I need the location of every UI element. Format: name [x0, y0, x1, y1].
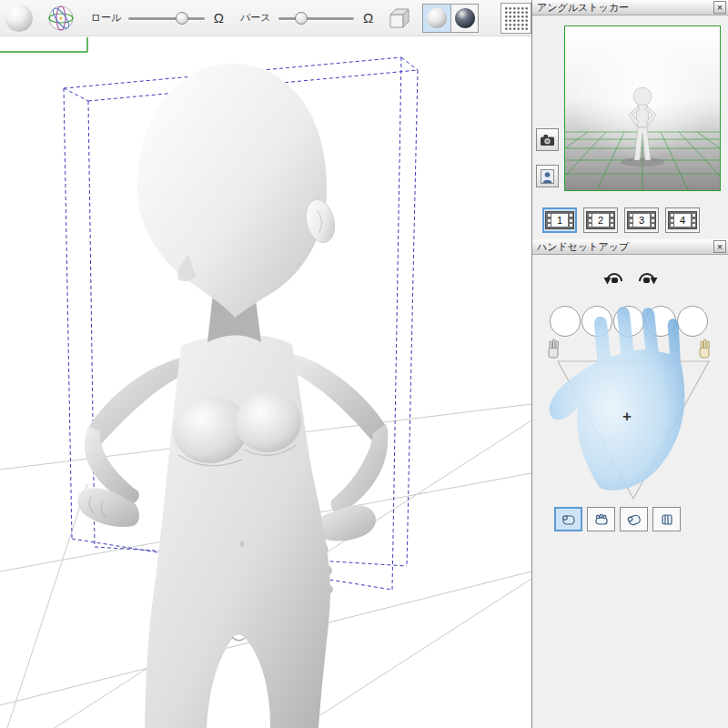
angle-stocker-titlebar[interactable]: アングルストッカー × — [532, 0, 728, 15]
halftone-button[interactable] — [500, 3, 531, 34]
rotate-hand-left-icon[interactable] — [602, 268, 626, 291]
light-sphere-icon — [427, 8, 447, 28]
hand-setup-title: ハンドセットアップ — [537, 240, 629, 254]
blue-hand-illustration — [540, 301, 695, 496]
fist-knuckles-icon — [592, 511, 611, 528]
light-sphere-button[interactable] — [423, 5, 450, 32]
pers-slider-track — [278, 17, 354, 20]
3d-viewport[interactable] — [0, 0, 531, 728]
hand-pose-button-1[interactable] — [554, 507, 582, 531]
hand-pose-buttons — [554, 507, 681, 531]
fist-thumb-icon — [560, 511, 578, 528]
rotate-gizmo-icon[interactable] — [47, 5, 75, 32]
hand-setup-close-button[interactable]: × — [713, 240, 726, 253]
fist-rotated-icon — [625, 511, 643, 528]
frame-number: 1 — [551, 214, 568, 227]
hand-setup-content: + — [532, 255, 728, 728]
frame-number: 3 — [633, 214, 650, 227]
angle-stocker-close-button[interactable]: × — [713, 1, 726, 14]
film-icon: 1 — [545, 211, 574, 229]
pers-reset-icon[interactable]: Ω — [363, 11, 373, 25]
pers-label: パース — [240, 11, 271, 25]
frame-number: 2 — [592, 214, 609, 227]
angle-preview-canvas — [565, 26, 720, 190]
angle-frame-row: 1 2 3 — [542, 207, 700, 233]
halftone-pattern-icon — [504, 6, 528, 30]
figure-icon — [541, 169, 554, 184]
film-icon: 4 — [668, 211, 697, 229]
camera-icon — [540, 134, 555, 147]
frame-number: 4 — [674, 214, 691, 227]
fist-front-icon — [658, 511, 676, 528]
hand-pose-button-2[interactable] — [587, 507, 615, 531]
dark-sphere-button[interactable] — [450, 5, 478, 32]
rotate-hand-right-icon[interactable] — [635, 268, 659, 291]
film-icon: 3 — [627, 211, 656, 229]
mannequin-figure[interactable] — [77, 64, 388, 728]
corner-hand-right-icon — [700, 339, 709, 358]
camera-frame-guide — [0, 37, 87, 52]
hand-pose-button-4[interactable] — [652, 507, 681, 531]
roll-label: ロール — [91, 11, 122, 25]
wireframe-cube-icon[interactable] — [386, 5, 411, 31]
angle-stocker-content: 1 2 3 — [532, 15, 728, 239]
pers-slider[interactable] — [278, 11, 354, 25]
roll-reset-icon[interactable]: Ω — [214, 11, 224, 25]
corner-hand-left-icon — [549, 339, 558, 358]
hand-setup-panel: ハンドセットアップ × — [532, 239, 728, 728]
angle-frame-2[interactable]: 2 — [583, 207, 618, 233]
roll-slider-handle[interactable] — [176, 12, 188, 25]
roll-slider[interactable] — [128, 11, 204, 25]
viewport-canvas — [0, 0, 531, 728]
angle-preview[interactable] — [564, 25, 721, 191]
top-toolbar: ロール Ω パース Ω — [0, 0, 531, 36]
hand-pose-button-3[interactable] — [620, 507, 648, 531]
film-icon: 2 — [586, 211, 615, 229]
material-sphere-button[interactable] — [5, 5, 33, 32]
pose-center-marker: + — [622, 408, 632, 426]
roll-slider-track — [128, 17, 204, 20]
hand-rotate-row — [532, 268, 728, 291]
angle-frame-4[interactable]: 4 — [665, 207, 700, 233]
dark-sphere-icon — [455, 8, 475, 28]
angle-stocker-panel: アングルストッカー × — [532, 0, 728, 239]
hand-setup-titlebar[interactable]: ハンドセットアップ × — [532, 239, 728, 255]
pers-slider-handle[interactable] — [295, 12, 308, 25]
render-mode-group — [422, 4, 479, 33]
figure-thumbnail-button[interactable] — [536, 165, 559, 187]
camera-capture-button[interactable] — [536, 128, 559, 151]
angle-frame-3[interactable]: 3 — [624, 207, 659, 233]
side-panel-column: アングルストッカー × — [531, 0, 728, 728]
angle-frame-1[interactable]: 1 — [542, 207, 577, 233]
angle-stocker-title: アングルストッカー — [537, 1, 629, 15]
